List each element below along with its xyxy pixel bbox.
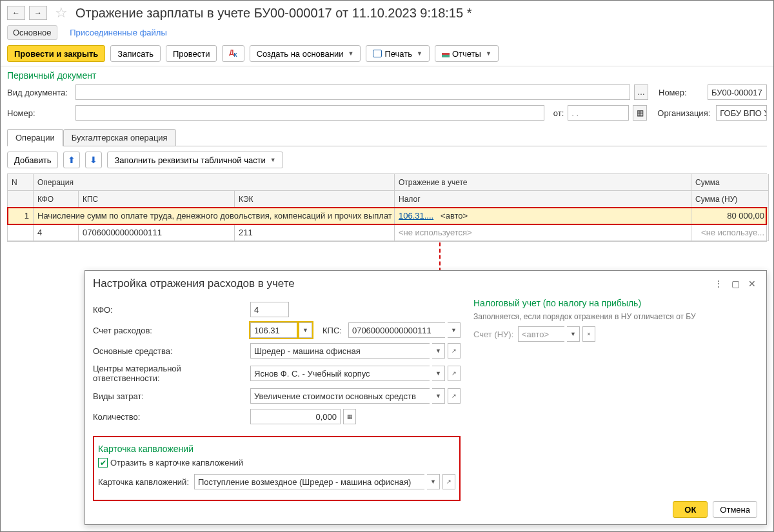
move-down-button[interactable]: ⬇ — [85, 152, 102, 168]
reports-button[interactable]: Отчеты▼ — [435, 45, 499, 62]
more-icon[interactable]: ⋮ — [712, 279, 725, 289]
vz-open[interactable]: ↗ — [448, 388, 461, 404]
col-n: N — [8, 174, 34, 191]
section-primary-doc: Первичный документ — [1, 66, 773, 82]
cmo-label: Центры материальной ответственности: — [93, 364, 248, 383]
col-tax: Налог — [395, 191, 691, 208]
save-button[interactable]: Записать — [110, 45, 161, 62]
cmo-open[interactable]: ↗ — [448, 366, 461, 381]
star-icon[interactable]: ☆ — [55, 5, 68, 21]
card-chk-label: Отразить в карточке капвложений — [110, 458, 243, 468]
kfo-input[interactable]: 4 — [250, 302, 289, 317]
operations-table: N Операция Отражение в учете Сумма КФО К… — [7, 173, 767, 242]
forward-button[interactable]: → — [29, 6, 47, 20]
kps-input[interactable]: 07060000000000111 — [348, 322, 445, 338]
table-row[interactable]: 1 Начисление сумм по оплате труда, денеж… — [8, 208, 766, 224]
page-title: Отражение зарплаты в учете БУ00-000017 о… — [75, 6, 471, 21]
cancel-button[interactable]: Отмена — [713, 501, 757, 518]
card-dropdown[interactable]: ▼ — [427, 474, 440, 489]
post-button[interactable]: Провести — [166, 45, 217, 62]
card-checkbox[interactable]: ✔ — [98, 458, 108, 468]
print-button[interactable]: Печать▼ — [366, 45, 430, 62]
acct-input[interactable]: 106.31 — [250, 322, 297, 338]
doc-type-label: Вид документа: — [7, 88, 72, 97]
os-label: Основные средства: — [93, 346, 248, 356]
nav-files[interactable]: Присоединенные файлы — [70, 28, 167, 37]
fill-button[interactable]: Заполнить реквизиты табличной части▼ — [107, 152, 283, 168]
number-input[interactable]: БУ00-000017 — [708, 84, 767, 100]
chart-icon — [442, 50, 450, 57]
card-label: Карточка капвложений: — [98, 477, 192, 487]
os-dropdown[interactable]: ▼ — [432, 343, 445, 359]
tax-acc-input[interactable]: <авто> — [518, 326, 564, 342]
kps-dropdown[interactable]: ▼ — [448, 322, 461, 338]
col-kek: КЭК — [235, 191, 395, 208]
card-input[interactable]: Поступление возмездное (Шредер - машина … — [194, 474, 424, 489]
cmo-dropdown[interactable]: ▼ — [432, 366, 445, 381]
maximize-icon[interactable]: ▢ — [729, 279, 742, 289]
printer-icon — [373, 50, 382, 57]
tax-acc-dropdown[interactable]: ▼ — [567, 326, 580, 342]
post-close-button[interactable]: Провести и закрыть — [7, 45, 105, 62]
ok-button[interactable]: ОК — [673, 501, 708, 518]
tax-acc-label: Счет (НУ): — [473, 330, 515, 339]
nav-main[interactable]: Основное — [7, 25, 57, 40]
col-kfo: КФО — [34, 191, 79, 208]
number2-input[interactable] — [75, 105, 544, 121]
cmo-input[interactable]: Яснов Ф. С. - Учебный корпус — [250, 366, 430, 381]
org-label: Организация: — [657, 108, 712, 118]
card-section: Карточка капвложений ✔ Отразить в карточ… — [93, 436, 461, 501]
card-head: Карточка капвложений — [98, 444, 455, 454]
card-open[interactable]: ↗ — [442, 474, 455, 489]
col-sum-nu: Сумма (НУ) — [691, 191, 769, 208]
tab-accounting[interactable]: Бухгалтерская операция — [63, 129, 176, 146]
popup-title: Настройка отражения расходов в учете — [93, 277, 708, 290]
doc-type-input[interactable] — [75, 84, 630, 100]
close-icon[interactable]: ✕ — [746, 279, 759, 289]
tab-operations[interactable]: Операции — [7, 129, 63, 146]
org-input[interactable]: ГОБУ ВПО Университет искус — [716, 105, 767, 121]
qty-calc[interactable]: ▦ — [343, 409, 356, 424]
main-toolbar: Провести и закрыть Записать Провести ДК … — [1, 43, 773, 66]
number2-label: Номер: — [7, 108, 72, 118]
col-sum: Сумма — [691, 174, 769, 191]
col-reflection: Отражение в учете — [395, 174, 691, 191]
os-input[interactable]: Шредер - машина офисная — [250, 343, 430, 359]
create-based-button[interactable]: Создать на основании▼ — [250, 45, 361, 62]
vz-label: Виды затрат: — [93, 391, 248, 401]
add-button[interactable]: Добавить — [7, 152, 58, 168]
back-button[interactable]: ← — [7, 6, 25, 20]
dt-kt-button[interactable]: ДК — [222, 45, 244, 62]
move-up-button[interactable]: ⬆ — [63, 152, 80, 168]
nav-links: Основное Присоединенные файлы — [1, 25, 773, 43]
vz-dropdown[interactable]: ▼ — [432, 388, 445, 404]
date-picker-button[interactable]: ▦ — [633, 105, 647, 121]
settings-popup: Настройка отражения расходов в учете ⋮ ▢… — [84, 270, 767, 525]
from-input[interactable]: . . — [568, 105, 629, 121]
vz-input[interactable]: Увеличение стоимости основных средств — [250, 388, 430, 404]
col-kps: КПС — [79, 191, 235, 208]
tax-note: Заполняется, если порядок отражения в НУ… — [473, 312, 759, 321]
kps-label: КПС: — [322, 326, 342, 335]
titlebar: ← → ☆ Отражение зарплаты в учете БУ00-00… — [1, 1, 773, 25]
tax-head: Налоговый учет (по налогу на прибыль) — [473, 298, 759, 308]
acct-dropdown[interactable]: ▼ — [299, 322, 312, 338]
qty-label: Количество: — [93, 412, 248, 422]
tax-acc-clear[interactable]: × — [582, 326, 595, 342]
kfo-label: КФО: — [93, 305, 248, 315]
number-label: Номер: — [659, 88, 704, 97]
account-link[interactable]: 106.31.... — [399, 211, 433, 221]
doc-type-picker[interactable]: … — [634, 84, 648, 100]
table-row[interactable]: 4 07060000000000111 211 <не используется… — [8, 224, 766, 241]
qty-input[interactable]: 0,000 — [250, 409, 341, 424]
from-label: от: — [553, 108, 564, 118]
os-open[interactable]: ↗ — [448, 343, 461, 359]
acct-label: Счет расходов: — [93, 326, 248, 335]
col-operation: Операция — [34, 174, 395, 191]
